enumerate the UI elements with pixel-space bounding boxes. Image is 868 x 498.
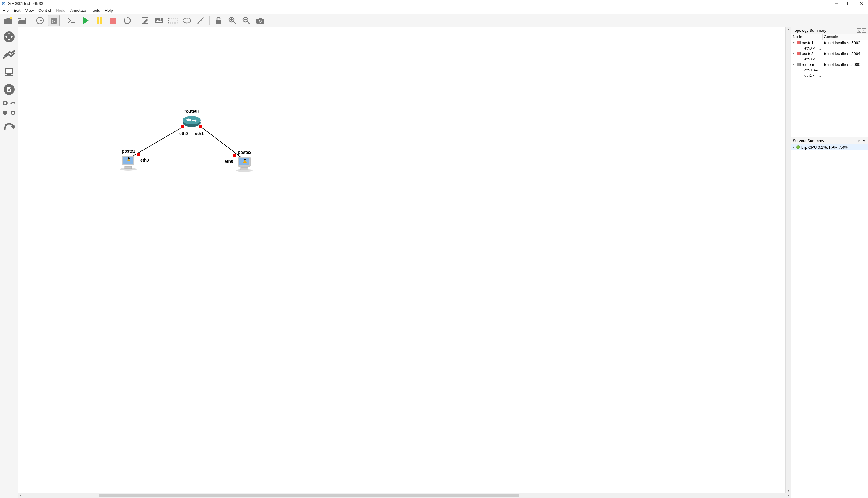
router-icon[interactable] xyxy=(182,115,201,128)
add-ellipse-button[interactable] xyxy=(181,15,193,26)
all-devices-icon4[interactable] xyxy=(10,109,16,116)
menu-node[interactable]: Node xyxy=(56,8,65,13)
tree-child-row[interactable]: eth1 <=... xyxy=(791,73,868,78)
menu-help[interactable]: Help xyxy=(105,8,113,13)
port-label-poste1-eth0[interactable]: eth0 xyxy=(140,158,149,162)
tree-node-poste1[interactable]: ▾ poste1 telnet localhost:5002 xyxy=(791,40,868,45)
all-devices-icon1[interactable] xyxy=(2,100,9,106)
lock-button[interactable] xyxy=(213,15,224,26)
all-devices-icon2[interactable] xyxy=(10,100,16,106)
app-icon xyxy=(1,1,6,6)
close-button[interactable] xyxy=(859,1,864,6)
all-devices-row2 xyxy=(2,109,16,116)
zoom-out-button[interactable] xyxy=(240,15,252,26)
scroll-up-icon[interactable]: ▲ xyxy=(786,27,791,31)
vertical-scrollbar[interactable]: ▲ ▼ xyxy=(786,27,791,493)
svg-rect-34 xyxy=(259,17,262,19)
console-all-button[interactable] xyxy=(66,15,77,26)
open-project-button[interactable] xyxy=(16,15,28,26)
all-devices-icon3[interactable] xyxy=(2,109,9,116)
scroll-down-icon[interactable]: ▼ xyxy=(786,489,791,493)
caret-down-icon[interactable]: ▾ xyxy=(792,52,795,55)
node-label-poste2[interactable]: poste2 xyxy=(238,150,251,155)
servers-panel-header[interactable]: Servers Summary ◻ ✕ xyxy=(791,137,868,144)
svg-rect-18 xyxy=(110,17,116,24)
svg-point-52 xyxy=(183,116,201,124)
svg-text:b: b xyxy=(54,21,55,24)
pc-icon-poste2[interactable] xyxy=(235,155,254,172)
zoom-in-button[interactable] xyxy=(227,15,238,26)
svg-rect-25 xyxy=(216,20,221,24)
snapshot-button[interactable] xyxy=(34,15,45,26)
menu-edit[interactable]: Edit xyxy=(14,8,20,13)
add-rectangle-button[interactable] xyxy=(167,15,179,26)
menu-tools[interactable]: Tools xyxy=(91,8,100,13)
end-devices-category-button[interactable] xyxy=(2,65,16,79)
panel-float-button[interactable]: ◻ xyxy=(857,139,862,143)
svg-point-60 xyxy=(244,159,246,160)
start-all-button[interactable] xyxy=(80,15,91,26)
scroll-thumb[interactable] xyxy=(99,494,519,497)
port-label-routeur-eth0[interactable]: eth0 xyxy=(179,131,188,136)
server-row[interactable]: ▸ blip CPU 0.1%, RAM 7.4% xyxy=(791,144,868,150)
column-header-node[interactable]: Node xyxy=(791,34,823,40)
tree-child-row[interactable]: eth0 <=... xyxy=(791,67,868,73)
toolbar-separator xyxy=(63,16,63,25)
add-note-button[interactable] xyxy=(139,15,151,26)
node-label-routeur[interactable]: routeur xyxy=(184,109,199,114)
menu-file[interactable]: File xyxy=(2,8,9,13)
tree-child-row[interactable]: eth0 <=... xyxy=(791,56,868,62)
panel-close-button[interactable]: ✕ xyxy=(862,139,866,143)
show-interface-labels-button[interactable]: abc xyxy=(48,15,60,26)
svg-rect-4 xyxy=(848,2,851,5)
scroll-track[interactable] xyxy=(22,493,786,498)
column-header-console[interactable]: Console xyxy=(823,34,868,40)
menu-view[interactable]: View xyxy=(25,8,34,13)
menu-control[interactable]: Control xyxy=(38,8,51,13)
minimize-button[interactable] xyxy=(833,1,839,6)
scroll-right-icon[interactable]: ▶ xyxy=(786,493,791,498)
port-label-routeur-eth1[interactable]: eth1 xyxy=(195,131,204,136)
svg-point-2 xyxy=(3,3,4,4)
topology-tree[interactable]: ▾ poste1 telnet localhost:5002 eth0 <=..… xyxy=(791,40,868,137)
tree-node-console: telnet localhost:5000 xyxy=(824,62,868,67)
topology-panel-header[interactable]: Topology Summary ◻ ✕ xyxy=(791,27,868,34)
topology-tree-header: Node Console xyxy=(791,34,868,40)
reload-all-button[interactable] xyxy=(121,15,133,26)
menu-annotate[interactable]: Annotate xyxy=(70,8,86,13)
caret-right-icon[interactable]: ▸ xyxy=(792,146,795,149)
toolbar-separator xyxy=(209,16,210,25)
topology-canvas[interactable]: routeur eth0 eth1 poste1 eth0 poste2 xyxy=(18,27,786,493)
link-status-dot xyxy=(136,153,140,156)
node-label-poste1[interactable]: poste1 xyxy=(122,149,135,154)
security-devices-category-button[interactable] xyxy=(2,82,16,97)
panel-float-button[interactable]: ◻ xyxy=(857,28,862,32)
switches-category-button[interactable] xyxy=(2,47,16,62)
svg-line-27 xyxy=(233,22,236,24)
status-square-red xyxy=(797,41,801,44)
new-project-button[interactable] xyxy=(2,15,14,26)
horizontal-scrollbar[interactable]: ◀ ▶ xyxy=(18,493,791,498)
caret-down-icon[interactable]: ▾ xyxy=(792,63,795,66)
pause-all-button[interactable] xyxy=(94,15,105,26)
topology-panel-title: Topology Summary xyxy=(793,28,856,32)
svg-point-55 xyxy=(128,157,130,159)
tree-node-routeur[interactable]: ▾ routeur telnet localhost:5000 xyxy=(791,62,868,67)
titlebar: GIF-3001 test - GNS3 xyxy=(0,0,868,7)
scroll-left-icon[interactable]: ◀ xyxy=(18,493,22,498)
port-label-poste2-eth0[interactable]: eth0 xyxy=(225,159,233,164)
panel-close-button[interactable]: ✕ xyxy=(862,28,866,32)
tree-child-row[interactable]: eth0 <=... xyxy=(791,45,868,51)
routers-category-button[interactable] xyxy=(2,30,16,44)
status-square-red xyxy=(797,52,801,55)
servers-list[interactable]: ▸ blip CPU 0.1%, RAM 7.4% xyxy=(791,144,868,498)
add-line-button[interactable] xyxy=(195,15,207,26)
screenshot-button[interactable] xyxy=(254,15,266,26)
pc-icon-poste1[interactable] xyxy=(118,154,138,171)
maximize-button[interactable] xyxy=(846,1,852,6)
tree-node-poste2[interactable]: ▾ poste2 telnet localhost:5004 xyxy=(791,51,868,56)
add-picture-button[interactable] xyxy=(153,15,165,26)
caret-down-icon[interactable]: ▾ xyxy=(792,41,795,44)
add-link-button[interactable] xyxy=(2,119,16,134)
stop-all-button[interactable] xyxy=(108,15,119,26)
